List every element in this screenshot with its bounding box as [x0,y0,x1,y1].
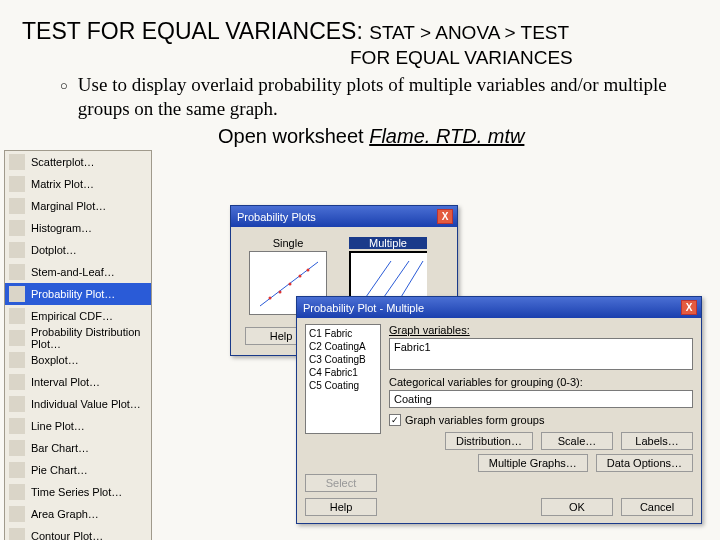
labels-button[interactable]: Labels… [621,432,693,450]
ok-button[interactable]: OK [541,498,613,516]
menu-item-label: Scatterplot… [31,156,95,168]
svg-point-2 [279,291,282,294]
menu-item-label: Bar Chart… [31,442,89,454]
groups-checkbox-row[interactable]: ✓ Graph variables form groups [389,414,693,426]
menu-item-icon [9,154,25,170]
menu-item-icon [9,396,25,412]
gvars-label: Graph variables: [389,324,693,336]
menu-item[interactable]: Pie Chart… [5,459,151,481]
menu-item-icon [9,462,25,478]
menu-item[interactable]: Histogram… [5,217,151,239]
dialog-title-text: Probability Plots [237,211,316,223]
menu-item[interactable]: Time Series Plot… [5,481,151,503]
open-prefix: Open worksheet [218,125,369,147]
title-main: TEST FOR EQUAL VARIANCES: [22,18,363,44]
menu-item-label: Stem-and-Leaf… [31,266,115,278]
svg-point-4 [299,275,302,278]
menu-item-label: Pie Chart… [31,464,88,476]
graph-variables-field[interactable]: Fabric1 [389,338,693,370]
column-entry[interactable]: C3 CoatingB [309,353,377,366]
thumb-multiple-label: Multiple [349,237,427,249]
column-entry[interactable]: C4 Fabric1 [309,366,377,379]
menu-item-icon [9,176,25,192]
close-icon[interactable]: X [437,209,453,224]
menu-item-label: Individual Value Plot… [31,398,141,410]
menu-item[interactable]: Contour Plot… [5,525,151,540]
open-filename: Flame. RTD. mtw [369,125,524,147]
menu-item[interactable]: Line Plot… [5,415,151,437]
menu-item-label: Area Graph… [31,508,99,520]
cancel-button[interactable]: Cancel [621,498,693,516]
menu-item-label: Matrix Plot… [31,178,94,190]
menu-item-label: Dotplot… [31,244,77,256]
cat-label: Categorical variables for grouping (0-3)… [389,376,693,388]
menu-item-icon [9,220,25,236]
menu-item[interactable]: Empirical CDF… [5,305,151,327]
bullet-icon: ○ [60,73,68,121]
dialog-probability-plot-multiple: Probability Plot - Multiple X C1 FabricC… [296,296,702,524]
menu-item-label: Line Plot… [31,420,85,432]
svg-point-3 [289,283,292,286]
menu-item-icon [9,506,25,522]
menu-item[interactable]: Boxplot… [5,349,151,371]
gvars-value: Fabric1 [394,341,431,353]
svg-point-5 [307,269,310,272]
distribution-button[interactable]: Distribution… [445,432,533,450]
menu-item-icon [9,198,25,214]
menu-item-icon [9,264,25,280]
menu-item-icon [9,286,25,302]
menu-item-icon [9,330,25,346]
menu-item-label: Time Series Plot… [31,486,122,498]
menu-item-icon [9,352,25,368]
help-button[interactable]: Help [305,498,377,516]
menu-item-label: Marginal Plot… [31,200,106,212]
graph-menu[interactable]: Scatterplot…Matrix Plot…Marginal Plot…Hi… [4,150,152,540]
title-sub: STAT > ANOVA > TEST [369,22,569,43]
menu-item-label: Histogram… [31,222,92,234]
column-entry[interactable]: C1 Fabric [309,327,377,340]
menu-item-icon [9,374,25,390]
scale-button[interactable]: Scale… [541,432,613,450]
menu-item-label: Contour Plot… [31,530,103,540]
menu-item-icon [9,440,25,456]
title-cont: FOR EQUAL VARIANCES [0,47,720,69]
menu-item[interactable]: Area Graph… [5,503,151,525]
menu-item[interactable]: Bar Chart… [5,437,151,459]
menu-item[interactable]: Probability Plot… [5,283,151,305]
bullet-row: ○ Use to display overlaid probability pl… [0,69,720,125]
dialog2-title-text: Probability Plot - Multiple [303,302,424,314]
checkbox-icon[interactable]: ✓ [389,414,401,426]
svg-point-1 [269,297,272,300]
thumb-single-label: Single [249,237,327,249]
menu-item-icon [9,418,25,434]
dialog-titlebar: Probability Plots X [231,206,457,227]
multiple-graphs-button[interactable]: Multiple Graphs… [478,454,588,472]
column-list[interactable]: C1 FabricC2 CoatingAC3 CoatingBC4 Fabric… [305,324,381,434]
menu-item[interactable]: Interval Plot… [5,371,151,393]
dialog2-titlebar: Probability Plot - Multiple X [297,297,701,318]
column-entry[interactable]: C2 CoatingA [309,340,377,353]
menu-item-icon [9,242,25,258]
menu-item[interactable]: Scatterplot… [5,151,151,173]
menu-item-icon [9,528,25,540]
close-icon[interactable]: X [681,300,697,315]
slide-heading: TEST FOR EQUAL VARIANCES: STAT > ANOVA >… [0,0,720,47]
categorical-field[interactable]: Coating [389,390,693,408]
menu-item-label: Probability Distribution Plot… [31,326,147,350]
menu-item[interactable]: Matrix Plot… [5,173,151,195]
menu-item-label: Interval Plot… [31,376,100,388]
data-options-button[interactable]: Data Options… [596,454,693,472]
menu-item-label: Empirical CDF… [31,310,113,322]
column-entry[interactable]: C5 Coating [309,379,377,392]
menu-item-icon [9,308,25,324]
bullet-text: Use to display overlaid probability plot… [78,73,690,121]
menu-item[interactable]: Marginal Plot… [5,195,151,217]
menu-item[interactable]: Stem-and-Leaf… [5,261,151,283]
menu-item[interactable]: Probability Distribution Plot… [5,327,151,349]
menu-item-label: Probability Plot… [31,288,115,300]
menu-item[interactable]: Dotplot… [5,239,151,261]
menu-item-label: Boxplot… [31,354,79,366]
menu-item[interactable]: Individual Value Plot… [5,393,151,415]
groups-checkbox-label: Graph variables form groups [405,414,544,426]
menu-item-icon [9,484,25,500]
